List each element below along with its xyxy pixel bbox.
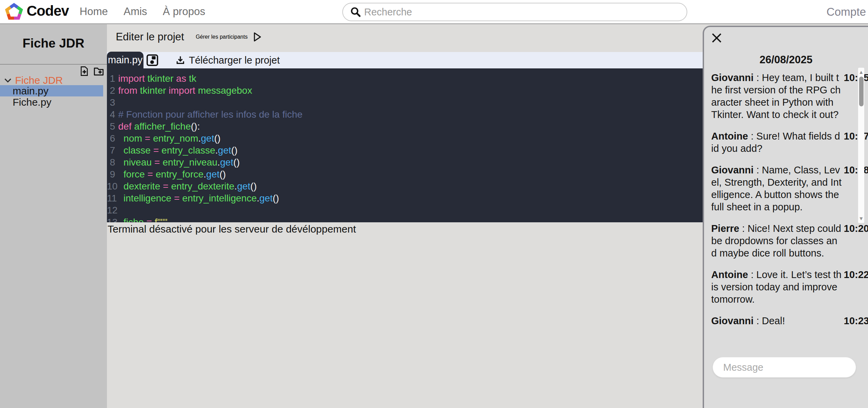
message-time: 10:23 (844, 315, 868, 327)
chat-message: Antoine : Sure! What fields did you add?… (711, 130, 858, 155)
line-number: 6 (107, 132, 115, 144)
play-icon[interactable] (252, 31, 262, 42)
edit-project-button[interactable]: Editer le projet (116, 31, 184, 43)
manage-participants-button[interactable]: Gérer les participants (196, 31, 262, 42)
chat-panel: 26/08/2025 Giovanni : Hey team, I built … (703, 26, 868, 408)
project-title: Fiche JDR (0, 36, 107, 51)
message-time: 10:15 (844, 71, 868, 84)
tree-file-list: main.pyFiche.py (0, 85, 107, 108)
message-author: Giovanni (711, 164, 754, 175)
manage-participants-label: Gérer les participants (196, 34, 248, 40)
save-icon[interactable] (146, 54, 159, 67)
chat-message-list: Giovanni : Hey team, I built the first v… (711, 71, 858, 336)
scroll-up-arrow-icon[interactable]: ▲ (859, 69, 864, 75)
line-number: 4 (107, 108, 115, 120)
line-number: 5 (107, 120, 115, 132)
code-editor[interactable]: 1import tkinter as tk2from tkinter impor… (107, 68, 703, 222)
line-number: 2 (107, 84, 115, 96)
sidebar-divider (0, 64, 107, 65)
chat-scrollbar[interactable]: ▲ ▼ (858, 68, 864, 223)
new-file-icon[interactable] (79, 66, 90, 77)
line-number: 11 (107, 192, 115, 204)
account-menu[interactable]: Compte (826, 5, 866, 18)
chat-message: Giovanni : Name, Class, Level, Strength,… (711, 164, 858, 213)
code-line: 6 nom = entry_nom.get() (107, 132, 703, 144)
code-line: 11 intelligence = entry_intelligence.get… (107, 192, 703, 204)
message-time: 10:18 (844, 164, 868, 176)
search-icon (350, 6, 361, 18)
chat-message: Giovanni : Deal!10:23 (711, 315, 858, 327)
chat-message: Antoine : Love it. Let’s test this versi… (711, 268, 858, 305)
code-line: 9 force = entry_force.get() (107, 168, 703, 180)
terminal-disabled-notice: Terminal désactivé pour les serveur de d… (108, 223, 356, 235)
new-folder-icon[interactable] (93, 66, 104, 77)
file-explorer-sidebar: Fiche JDR Fiche JDR main.pyFiche.py (0, 23, 107, 408)
line-number: 13 (107, 216, 115, 222)
chat-message: Giovanni : Hey team, I built the first v… (711, 71, 858, 121)
message-author: Giovanni (711, 315, 754, 326)
nav-link-à-propos[interactable]: À propos (163, 5, 205, 18)
message-time: 10:17 (844, 130, 868, 142)
message-author: Antoine (711, 131, 748, 142)
chevron-down-icon (4, 78, 12, 83)
scroll-down-arrow-icon[interactable]: ▼ (859, 216, 864, 221)
line-number: 1 (107, 73, 115, 84)
nav-link-home[interactable]: Home (80, 5, 108, 18)
line-number: 3 (107, 96, 115, 108)
search-bar[interactable] (342, 3, 687, 21)
message-author: Giovanni (711, 72, 754, 83)
editor-tabbar: main.py Télécharger le projet (107, 52, 703, 68)
tree-folder-label: Fiche JDR (15, 75, 63, 86)
tab-main-py[interactable]: main.py (107, 52, 143, 68)
line-number: 12 (107, 204, 115, 216)
download-icon (175, 55, 185, 65)
project-action-bar: Editer le projet Gérer les participants (116, 31, 262, 43)
top-navbar: Codev HomeAmisÀ propos Compte (0, 0, 868, 24)
nav-links: HomeAmisÀ propos (80, 0, 205, 23)
code-line: 3 (107, 96, 703, 108)
chat-date: 26/08/2025 (704, 54, 868, 66)
line-number: 7 (107, 144, 115, 156)
line-number: 8 (107, 156, 115, 168)
download-project-label: Télécharger le projet (189, 55, 280, 66)
tree-file-fiche-py[interactable]: Fiche.py (0, 96, 103, 108)
code-line: 2from tkinter import messagebox (107, 84, 703, 96)
tree-folder-row[interactable]: Fiche JDR (4, 75, 63, 86)
message-time: 10:22 (844, 268, 868, 281)
brand-title[interactable]: Codev (27, 3, 69, 19)
code-line: 13 fiche = f""" (107, 216, 703, 222)
chat-message: Pierre : Nice! Next step could be dropdo… (711, 222, 858, 259)
message-time: 10:20 (844, 222, 868, 235)
code-line: 8 niveau = entry_niveau.get() (107, 156, 703, 168)
search-input[interactable] (363, 6, 687, 18)
download-project-button[interactable]: Télécharger le projet (175, 52, 280, 68)
chat-message-input[interactable] (713, 357, 856, 378)
code-line: 10 dexterite = entry_dexterite.get() (107, 180, 703, 192)
code-line: 1import tkinter as tk (107, 73, 703, 84)
app-window: Codev HomeAmisÀ propos Compte Fiche JDR (0, 0, 868, 408)
tree-file-main-py[interactable]: main.py (0, 85, 103, 96)
message-author: Pierre (711, 223, 739, 234)
line-number: 10 (107, 180, 115, 192)
file-actions (79, 66, 104, 77)
code-line: 12 (107, 204, 703, 216)
line-number: 9 (107, 168, 115, 180)
code-line: 7 classe = entry_classe.get() (107, 144, 703, 156)
message-author: Antoine (711, 269, 748, 280)
code-line: 4# Fonction pour afficher les infos de l… (107, 108, 703, 120)
nav-link-amis[interactable]: Amis (124, 5, 147, 18)
close-icon[interactable] (711, 32, 722, 44)
code-line: 5def afficher_fiche(): (107, 120, 703, 132)
scrollbar-thumb[interactable] (859, 77, 864, 106)
codev-logo-icon[interactable] (5, 2, 23, 22)
